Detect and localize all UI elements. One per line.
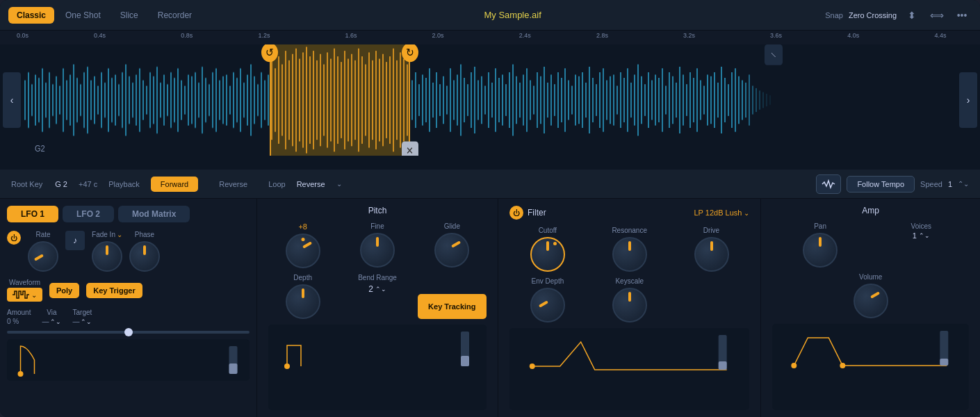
svg-rect-149 [533, 85, 534, 114]
depth-knob[interactable] [286, 284, 320, 319]
svg-rect-121 [436, 72, 437, 128]
svg-rect-100 [361, 56, 363, 144]
svg-rect-47 [188, 74, 189, 125]
svg-rect-157 [561, 78, 562, 122]
svg-rect-32 [136, 74, 137, 125]
keyscale-knob[interactable] [612, 288, 647, 322]
follow-tempo-btn[interactable]: Follow Tempo [847, 176, 915, 193]
svg-rect-182 [648, 72, 649, 128]
waveform-selector[interactable]: ⌄ [7, 288, 42, 302]
svg-rect-88 [320, 54, 321, 147]
svg-rect-46 [184, 85, 186, 114]
lfo2-tab[interactable]: LFO 2 [63, 206, 114, 222]
svg-rect-140 [502, 74, 503, 125]
voices-stepper[interactable]: ⌃⌄ [919, 232, 930, 239]
fit-horizontal-icon[interactable]: ⟺ [927, 6, 947, 25]
filter-type-chevron[interactable]: ⌄ [744, 209, 749, 217]
svg-rect-56 [219, 80, 220, 120]
svg-rect-188 [669, 72, 670, 128]
mode-slice-btn[interactable]: Slice [112, 7, 147, 24]
mode-classic-btn[interactable]: Classic [8, 7, 54, 24]
reverse-btn[interactable]: Reverse [209, 177, 257, 192]
svg-rect-84 [306, 47, 307, 153]
svg-rect-196 [696, 68, 698, 131]
svg-rect-12 [66, 80, 67, 120]
svg-rect-211 [749, 74, 750, 125]
via-group: Via — ⌃⌄ [42, 309, 61, 325]
cutoff-knob[interactable] [530, 237, 565, 272]
poly-btn[interactable]: Poly [49, 283, 79, 298]
svg-rect-142 [509, 72, 510, 128]
svg-rect-239 [940, 359, 949, 366]
svg-rect-60 [233, 72, 234, 128]
fade-chevron[interactable]: ⌄ [117, 231, 122, 238]
amount-slider[interactable] [7, 331, 250, 334]
filter-power-btn[interactable]: ⏻ [509, 206, 523, 220]
waveform-area[interactable]: ‹ › [0, 44, 980, 156]
timeline-mark-2: 0.8s [181, 32, 193, 39]
loop-value[interactable]: Reverse [297, 180, 325, 188]
svg-rect-158 [564, 68, 566, 131]
forward-btn[interactable]: Forward [151, 177, 198, 192]
mode-oneshot-btn[interactable]: One Shot [57, 7, 109, 24]
svg-rect-37 [153, 76, 154, 124]
svg-rect-135 [484, 85, 486, 114]
loop-chevron[interactable]: ⌄ [336, 180, 342, 188]
mode-recorder-btn[interactable]: Recorder [149, 7, 200, 24]
speed-value[interactable]: 1 [948, 180, 952, 188]
svg-rect-57 [222, 76, 224, 124]
lfo1-tab[interactable]: LFO 1 [7, 206, 58, 222]
key-tracking-btn[interactable]: Key Tracking [418, 294, 487, 319]
note-sync-btn[interactable]: ♪ [65, 231, 85, 250]
pan-knob[interactable] [803, 233, 838, 268]
svg-rect-81 [295, 49, 297, 152]
bend-range-value[interactable]: 2 [368, 284, 373, 294]
svg-rect-80 [292, 54, 293, 147]
waveform-left-nav[interactable]: ‹ [3, 72, 21, 128]
fade-knob[interactable] [92, 241, 122, 272]
key-trigger-btn[interactable]: Key Trigger [86, 283, 142, 298]
waveform-display-btn[interactable] [816, 174, 841, 194]
svg-rect-101 [365, 65, 366, 136]
svg-rect-35 [146, 85, 147, 114]
snap-value[interactable]: Zero Crossing [849, 11, 897, 19]
bend-range-stepper[interactable]: ⌃⌄ [375, 286, 386, 293]
glide-knob[interactable] [434, 233, 469, 268]
drive-label: Drive [703, 227, 719, 234]
via-stepper[interactable]: ⌃⌄ [50, 318, 61, 325]
filter-type-selector[interactable]: LP 12dB Lush ⌄ [694, 208, 749, 217]
resonance-knob[interactable] [612, 237, 647, 272]
root-key-note[interactable]: G 2 [55, 180, 67, 188]
svg-rect-161 [575, 74, 576, 125]
phase-knob-group: Phase [129, 231, 160, 272]
phase-knob[interactable] [129, 241, 160, 272]
drive-knob[interactable] [694, 237, 729, 272]
svg-rect-123 [443, 76, 444, 124]
svg-rect-76 [278, 56, 279, 144]
svg-rect-74 [271, 60, 272, 140]
svg-rect-26 [115, 74, 116, 125]
target-stepper[interactable]: ⌃⌄ [81, 318, 92, 325]
keyscale-knob-group: Keyscale [591, 277, 668, 322]
svg-rect-134 [481, 76, 482, 124]
lfo-power-btn[interactable]: ⏻ [7, 231, 21, 245]
waveform-right-nav[interactable]: › [959, 72, 977, 128]
rate-knob[interactable] [28, 241, 58, 272]
speed-stepper[interactable]: ⌃⌄ [958, 180, 969, 188]
target-group: Target — ⌃⌄ [72, 309, 92, 325]
env-depth-knob[interactable] [530, 288, 565, 322]
svg-rect-155 [554, 84, 555, 116]
svg-rect-169 [603, 68, 604, 131]
svg-rect-195 [693, 78, 694, 122]
semitones-knob[interactable] [286, 234, 320, 268]
volume-knob[interactable] [854, 284, 888, 318]
voices-control[interactable]: 1 ⌃⌄ [913, 231, 930, 240]
svg-rect-154 [550, 74, 552, 125]
bottom-section: LFO 1 LFO 2 Mod Matrix ⏻ Rate ♪ [0, 199, 980, 417]
fine-knob[interactable] [360, 233, 395, 268]
fit-vertical-icon[interactable]: ⬍ [902, 6, 922, 25]
svg-rect-229 [229, 363, 238, 374]
more-menu-icon[interactable]: ••• [952, 6, 972, 25]
mod-matrix-tab[interactable]: Mod Matrix [118, 206, 190, 222]
svg-rect-160 [571, 85, 573, 114]
